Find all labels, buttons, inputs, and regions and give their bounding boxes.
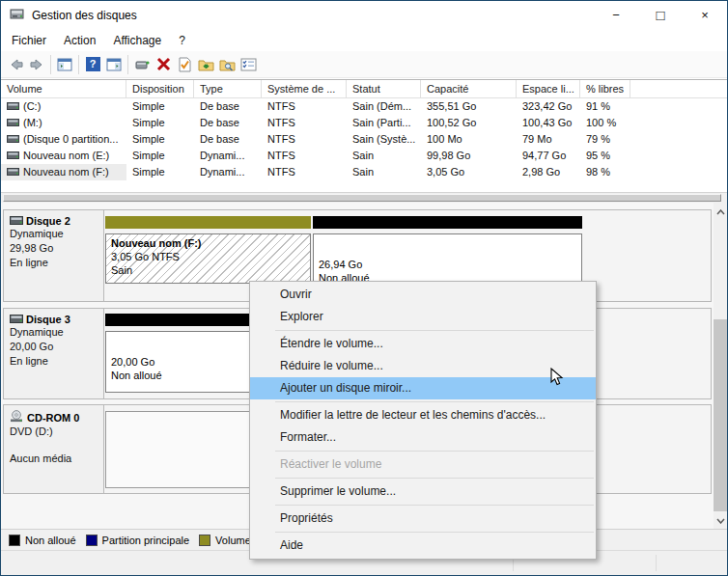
partition-nouveau-nom-f[interactable]: Nouveau nom (F:) 3,05 Go NTFS Sain (105, 216, 311, 284)
cell-statut: Sain (Dém... (347, 98, 421, 115)
table-row[interactable]: (Disque 0 partition... Simple De base NT… (1, 131, 727, 148)
disk-management-window: Gestion des disques − □ × Fichier Action… (0, 0, 728, 576)
menu-item-reduire-le-volume[interactable]: Réduire le volume... (250, 355, 596, 377)
menu-separator (275, 401, 594, 402)
back-icon[interactable] (5, 54, 26, 75)
col-statut[interactable]: Statut (347, 80, 421, 97)
vertical-scrollbar[interactable] (714, 203, 728, 529)
scroll-down-icon[interactable] (714, 513, 728, 529)
disk-name: Disque 3 (26, 314, 70, 325)
delete-icon[interactable] (153, 54, 174, 75)
folder-search-icon[interactable] (216, 54, 238, 75)
cell-espace: 323,42 Go (517, 98, 580, 115)
cell-statut: Sain (Parti... (347, 115, 421, 131)
menu-item-etendre-le-volume[interactable]: Étendre le volume... (250, 333, 596, 355)
disk-icon (10, 314, 23, 325)
cell-volume: (M:) (23, 115, 42, 131)
cell-libres: 91 % (580, 98, 630, 115)
menu-item-proprietes[interactable]: Propriétés (250, 507, 596, 530)
disk-header-disque3[interactable]: Disque 3 Dynamique 20,00 Go En ligne (4, 309, 104, 398)
forward-icon[interactable] (26, 54, 47, 75)
close-button[interactable]: × (683, 1, 727, 29)
table-row[interactable]: (C:) Simple De base NTFS Sain (Dém... 35… (1, 98, 727, 115)
menu-item-aide[interactable]: Aide (250, 535, 596, 557)
cell-volume: (C:) (23, 98, 41, 115)
cell-libres: 95 % (580, 148, 630, 164)
partition-unallocated-disque2[interactable]: 26,94 Go Non alloué (313, 216, 582, 284)
menu-action[interactable]: Action (55, 31, 104, 50)
scroll-up-icon[interactable] (714, 205, 728, 220)
show-console-tree-icon[interactable] (54, 54, 75, 75)
cell-capacite: 3,05 Go (421, 164, 517, 180)
checklist-icon[interactable] (238, 54, 259, 75)
disk-name: CD-ROM 0 (27, 412, 79, 424)
cell-capacite: 100 Mo (421, 131, 517, 148)
cell-systeme: NTFS (262, 164, 347, 180)
popup-window-icon[interactable] (131, 54, 153, 75)
show-action-pane-icon[interactable] (103, 54, 125, 75)
menu-item-explorer[interactable]: Explorer (250, 306, 596, 328)
col-espace[interactable]: Espace li... (517, 80, 580, 97)
cell-systeme: NTFS (262, 131, 347, 148)
horizontal-scrollbar[interactable] (1, 192, 727, 203)
cell-disposition: Simple (126, 148, 194, 164)
volume-icon (7, 164, 19, 180)
help-icon[interactable]: ? (82, 54, 103, 75)
col-systeme[interactable]: Système de ... (262, 80, 347, 97)
cell-type: Dynami... (194, 164, 262, 180)
col-volume[interactable]: Volume (1, 80, 126, 97)
col-type[interactable]: Type (194, 80, 262, 97)
toolbar-separator (78, 55, 79, 74)
menu-fichier[interactable]: Fichier (3, 31, 55, 50)
col-capacite[interactable]: Capacité (421, 80, 517, 97)
disk-status: En ligne (10, 256, 99, 270)
col-filler (630, 80, 727, 97)
partition-title: Nouveau nom (F:) (111, 236, 305, 250)
window-title: Gestion des disques (32, 9, 137, 22)
cell-espace: 79 Mo (517, 131, 580, 148)
menu-item-ouvrir[interactable]: Ouvrir (250, 284, 596, 306)
minimize-button[interactable]: − (594, 1, 638, 29)
validate-document-icon[interactable] (174, 54, 195, 75)
cell-espace: 100,43 Go (517, 115, 580, 131)
disk-blank-line (10, 439, 99, 452)
app-icon (10, 6, 25, 25)
disk-kind: Dynamique (10, 325, 99, 340)
legend-swatch-unallocated (9, 535, 20, 546)
maximize-button[interactable]: □ (638, 1, 683, 29)
folder-up-icon[interactable] (195, 54, 216, 75)
statusbar-divider (656, 555, 657, 571)
cell-disposition: Simple (126, 164, 194, 180)
legend-swatch-primary (86, 535, 98, 546)
table-row[interactable]: (M:) Simple De base NTFS Sain (Parti... … (1, 115, 727, 131)
volume-list: Volume Disposition Type Système de ... S… (1, 79, 727, 192)
col-disposition[interactable]: Disposition (126, 80, 194, 97)
vertical-scrollbar-thumb[interactable] (714, 319, 728, 511)
menu-item-modifier-lettre-lecteur[interactable]: Modifier la lettre de lecteur et les che… (250, 404, 596, 426)
menu-separator (275, 330, 594, 331)
table-row[interactable]: Nouveau nom (E:) Simple Dynami... NTFS S… (1, 148, 727, 164)
disk-status: Aucun média (10, 452, 99, 466)
menu-affichage[interactable]: Affichage (104, 31, 170, 50)
col-libres[interactable]: % libres (580, 80, 630, 97)
table-row-selected[interactable]: Nouveau nom (F:) Simple Dynami... NTFS S… (1, 164, 727, 180)
cell-statut: Sain (Systè... (347, 131, 421, 148)
horizontal-scrollbar-thumb[interactable] (3, 194, 721, 202)
menu-help[interactable]: ? (170, 31, 194, 50)
disk-status: En ligne (10, 354, 99, 369)
volume-icon (7, 148, 19, 164)
disk-header-cdrom0[interactable]: CD-ROM 0 DVD (D:) Aucun média (4, 405, 104, 493)
toolbar: ? (1, 51, 727, 78)
menu-item-supprimer-le-volume[interactable]: Supprimer le volume... (250, 480, 596, 503)
cell-volume: (Disque 0 partition... (23, 131, 118, 148)
volume-icon (7, 115, 19, 131)
partition-size: 26,94 Go (319, 258, 576, 271)
menu-item-ajouter-un-disque-miroir[interactable]: Ajouter un disque miroir... (250, 377, 596, 399)
menu-item-formater[interactable]: Formater... (250, 426, 596, 449)
toolbar-separator (50, 55, 51, 74)
disk-header-disque2[interactable]: Disque 2 Dynamique 29,98 Go En ligne (4, 210, 104, 301)
cell-systeme: NTFS (262, 98, 347, 115)
legend-item-unallocated: Non alloué (9, 535, 76, 546)
disk-icon (10, 215, 23, 227)
menu-item-reactiver-le-volume: Réactiver le volume (250, 453, 596, 476)
